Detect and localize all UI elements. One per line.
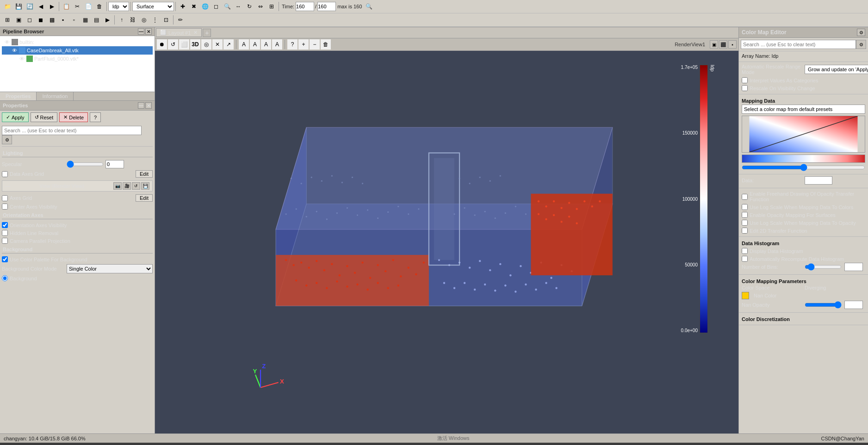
tab-properties[interactable]: Properties	[0, 92, 37, 100]
render-tb-a4[interactable]: A	[272, 39, 282, 49]
background-radio[interactable]	[2, 275, 8, 281]
tb-btn-cube7[interactable]: ▤	[91, 15, 101, 25]
tb-btn-select[interactable]: ◻	[211, 1, 221, 12]
cme-auto-rescale-select[interactable]: Grow and update on 'Apply'	[805, 65, 868, 74]
specular-value-input[interactable]	[105, 160, 124, 168]
cme-gradient-slider[interactable]	[742, 164, 865, 171]
cme-rescale-visibility-checkbox[interactable]	[742, 85, 748, 91]
cme-bins-value[interactable]: 10	[844, 263, 863, 271]
apply-button[interactable]: ✓ Apply	[2, 112, 29, 122]
render-tb-a2[interactable]: A	[250, 39, 260, 49]
tb-btn-zoom[interactable]: 🔍	[222, 1, 232, 12]
cme-freehand-checkbox[interactable]	[742, 194, 748, 200]
view-camera[interactable]: 🎥	[123, 182, 131, 190]
delete-button[interactable]: ✕ Delete	[59, 112, 88, 122]
view-save[interactable]: 💾	[141, 182, 149, 190]
axes-grid-checkbox[interactable]	[2, 195, 8, 201]
pipeline-item-casedam[interactable]: 👁 CaseDambreak_All.vtk	[2, 46, 153, 55]
cme-log-opacity-checkbox[interactable]	[742, 220, 748, 226]
tb-btn-cube1[interactable]: ◻	[25, 15, 35, 25]
layout-tab-add[interactable]: +	[203, 29, 211, 37]
pipeline-browser-minimize[interactable]: —	[138, 28, 144, 35]
cme-data-input[interactable]	[805, 176, 832, 185]
specular-slider[interactable]	[67, 161, 104, 168]
view-layout-single[interactable]: ▣	[710, 40, 718, 49]
cme-nan-opacity-value[interactable]: 1	[844, 301, 863, 309]
help-button[interactable]: ?	[90, 112, 101, 122]
tb-btn-undo[interactable]: ◀	[36, 1, 46, 12]
tb-btn-cube2[interactable]: ◼	[36, 15, 46, 25]
cme-nan-opacity-slider[interactable]	[805, 301, 842, 309]
tb-btn-paste[interactable]: 📄	[83, 1, 93, 12]
tb-btn-copy[interactable]: 📋	[61, 1, 71, 12]
cme-bins-slider[interactable]	[805, 263, 842, 271]
view-layout-split-v[interactable]: ▪	[728, 40, 737, 49]
cme-auto-recompute-checkbox[interactable]	[742, 256, 748, 262]
cme-edit-2d-checkbox[interactable]	[742, 228, 748, 234]
tb-btn-cube4[interactable]: ▪	[58, 15, 68, 25]
cme-interpret-values-checkbox[interactable]	[742, 77, 748, 83]
pipeline-item-partfluid[interactable]: 👁 PartFluid_0000.vtk*	[2, 55, 153, 63]
tb-btn-scale[interactable]: ⇔	[255, 1, 266, 12]
cme-settings-btn[interactable]: ⚙	[857, 29, 865, 36]
cme-opacity-mapping-checkbox[interactable]	[742, 212, 748, 218]
tb-btn-box[interactable]: ▣	[13, 15, 24, 25]
tb-btn-pts[interactable]: ⋮	[150, 15, 160, 25]
cme-search-input[interactable]	[741, 40, 856, 49]
render-tb-a3[interactable]: A	[261, 39, 271, 49]
render-tb-3d[interactable]: 3D	[190, 39, 200, 49]
data-axes-grid-checkbox[interactable]	[2, 171, 8, 177]
layout-tab-1[interactable]: ⬜ Layout #1 ✕	[156, 28, 202, 37]
bg-color-mode-select[interactable]: Single Color	[67, 264, 153, 273]
tb-btn-arrow-r[interactable]: ▶	[102, 15, 112, 25]
tb-btn-select2[interactable]: ◎	[139, 15, 149, 25]
tb-btn-folder[interactable]: 📁	[2, 1, 12, 12]
reset-button[interactable]: ↺ Reset	[31, 112, 58, 122]
center-axes-checkbox[interactable]	[2, 204, 8, 210]
tb-btn-up[interactable]: ↑	[117, 15, 127, 25]
nan-color-swatch[interactable]	[742, 292, 749, 299]
data-axes-grid-edit[interactable]: Edit	[136, 170, 153, 178]
tb-btn-save[interactable]: 💾	[13, 1, 24, 12]
time-input[interactable]	[296, 2, 314, 11]
tb-btn-refresh[interactable]: 🔄	[25, 1, 35, 12]
cme-display-histogram-checkbox[interactable]	[742, 248, 748, 254]
tb-btn-globe[interactable]: 🌐	[200, 1, 210, 12]
use-color-palette-checkbox[interactable]	[2, 256, 8, 262]
cme-log-scale-checkbox[interactable]	[742, 204, 748, 210]
hidden-line-checkbox[interactable]	[2, 230, 8, 236]
tb-btn-cube5[interactable]: ▫	[69, 15, 79, 25]
view-layout-split-h[interactable]: ⬛	[719, 40, 727, 49]
cme-search-settings-btn[interactable]: ⚙	[856, 40, 866, 49]
tb-btn-expand[interactable]: ⊡	[161, 15, 171, 25]
properties-minimize[interactable]: —	[138, 102, 144, 109]
tb-btn-pen[interactable]: ✏	[175, 15, 186, 25]
axes-grid-edit[interactable]: Edit	[136, 194, 153, 202]
tb-btn-plus[interactable]: ✚	[178, 1, 188, 12]
props-search-settings[interactable]: ⚙	[2, 135, 12, 144]
tb-btn-cube6[interactable]: ▦	[80, 15, 90, 25]
cme-color-preset-btn[interactable]: Select a color map from default presets	[742, 105, 865, 114]
render-tb-select[interactable]: ◎	[201, 39, 211, 49]
tb-btn-measure[interactable]: ⊞	[267, 1, 277, 12]
tb-btn-arrows[interactable]: ↔	[233, 1, 243, 12]
tb-btn-rotate[interactable]: ↻	[244, 1, 254, 12]
tab-information[interactable]: Information	[37, 92, 74, 100]
tb-btn-cross[interactable]: ✖	[189, 1, 199, 12]
viewport[interactable]: X Y Z 1.7e+05 150000 100000 50000 0.0e+0	[155, 51, 738, 433]
tb-btn-grid[interactable]: ⊞	[2, 15, 12, 25]
properties-close[interactable]: ✕	[145, 102, 152, 109]
camera-parallel-checkbox[interactable]	[2, 238, 8, 244]
render-tb-arrow[interactable]: ↗	[223, 39, 234, 49]
tb-btn-search-zoom[interactable]: 🔍	[364, 1, 374, 12]
tb-btn-redo[interactable]: ▶	[47, 1, 57, 12]
view-render-view-row[interactable]: — View (Render View) 📷 🎥 ↺ 💾	[2, 180, 153, 192]
render-tb-plus[interactable]: +	[298, 39, 309, 49]
tb-btn-delete[interactable]: 🗑	[94, 1, 105, 12]
render-tb-trash[interactable]: 🗑	[321, 39, 331, 49]
ldp-dropdown[interactable]: ldp	[108, 2, 129, 11]
render-tb-box[interactable]: ⬜	[179, 39, 189, 49]
render-tb-select2[interactable]: ✕	[212, 39, 223, 49]
view-screenshot[interactable]: 📷	[113, 182, 122, 190]
time-max-input[interactable]	[317, 2, 336, 11]
